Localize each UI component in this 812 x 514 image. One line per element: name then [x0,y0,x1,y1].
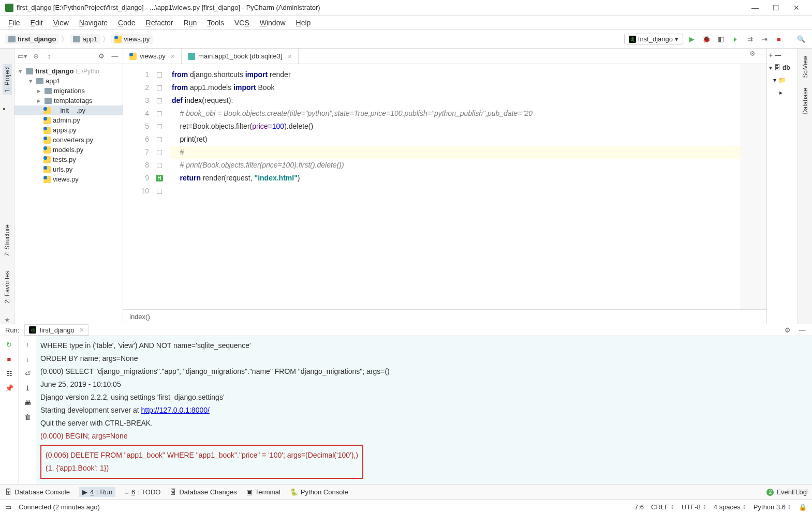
db-leaf[interactable]: ▸ [769,89,795,96]
database-console-tab[interactable]: 🗄 Database Console [5,488,70,496]
editor-body[interactable]: 12345678910 H from django.shortcuts impo… [123,64,766,309]
minimap[interactable] [741,64,766,309]
down-button[interactable]: ↓ [22,354,33,364]
table-icon [188,53,195,60]
menu-view[interactable]: View [49,18,73,28]
menu-navigate[interactable]: Navigate [75,18,112,28]
db-sub[interactable]: ▾ 📁 [769,77,795,84]
print-button[interactable]: 🖶 [22,397,33,407]
line-sep[interactable]: CRLF ⇕ [651,503,674,511]
profile-button[interactable]: ⏵ [730,34,741,45]
run-button[interactable]: ▶ [686,34,698,45]
gear-icon[interactable]: ⚙ [783,325,792,335]
collapse-icon[interactable]: ↕ [45,52,54,61]
wrap-button[interactable]: ⏎ [22,368,33,379]
bottom-toolbar: 🗄 Database Console ▶ 4: Run ≡ 6: TODO 🗄 … [0,484,812,500]
debug-button[interactable]: 🐞 [701,34,712,45]
lock-icon[interactable]: 🔒 [799,503,807,511]
pin-button[interactable]: 📌 [4,383,14,393]
breadcrumb-file[interactable]: views.py [111,34,153,44]
breadcrumb-project[interactable]: first_django [5,34,59,44]
menu-refactor[interactable]: Refactor [142,18,178,28]
search-everywhere-button[interactable]: 🔍 [795,34,807,45]
db-item[interactable]: ▾ 🗄 db [769,64,795,71]
coverage-button[interactable]: ◧ [715,34,727,45]
gear-icon[interactable]: ⚙ [97,52,106,61]
editor-area: views.py× main.app1_book [db.sqlite3]× ⚙… [123,49,766,324]
indent[interactable]: 4 spaces ⇕ [714,503,746,511]
rerun-button[interactable]: ↻ [4,339,14,350]
menu-run[interactable]: Run [180,18,201,28]
menu-edit[interactable]: Edit [26,18,47,28]
console-output[interactable]: WHERE type in ('table', 'view') AND NOT … [36,336,812,497]
favorites-tab[interactable]: 2: Favorites [3,269,12,306]
run-config-dropdown[interactable]: dj first_django ▾ [624,34,683,44]
run-panel: Run: dj first_django × ⚙ — ↻ ■ ☷ 📌 ↑ ↓ ⏎… [0,324,812,484]
project-icon: ▪ [3,105,11,113]
db-changes-tab[interactable]: 🗄 Database Changes [170,488,237,496]
minimize-button[interactable]: — [745,4,765,12]
server-url-link[interactable]: http://127.0.0.1:8000/ [141,406,210,414]
sciview-tab[interactable]: SciView [801,54,810,80]
navbar: first_django 〉 app1 〉 views.py dj first_… [0,30,812,49]
highlighted-log: (0.006) DELETE FROM "app1_book" WHERE "a… [40,445,363,479]
close-icon[interactable]: × [288,52,292,61]
run-panel-header: Run: dj first_django × ⚙ — [0,324,812,336]
clear-button[interactable]: 🗑 [22,412,33,422]
database-tab[interactable]: Database [801,86,810,116]
interpreter[interactable]: Python 3.6 ⇕ [754,503,791,511]
python-icon [129,53,137,60]
add-datasource[interactable]: + — [769,52,795,59]
close-button[interactable]: ✕ [786,4,807,12]
project-tab[interactable]: 1: Project [3,64,12,95]
watermark: ⓧ 创新互联 [778,488,809,495]
layout-button[interactable]: ☷ [4,368,14,379]
python-console-tab[interactable]: 🐍 Python Console [290,488,348,496]
gutter-marks: H [149,64,170,309]
left-tool-stripe: 1: Project ▪ 7: Structure 2: Favorites ★ [0,49,14,324]
tab-db-table[interactable]: main.app1_book [db.sqlite3]× [182,49,299,64]
maximize-button[interactable]: ☐ [765,4,786,12]
right-tool-panel: + — ▾ 🗄 db ▾ 📁 ▸ [766,49,798,324]
todo-tab[interactable]: ≡ 6: TODO [125,488,160,496]
menu-tools[interactable]: Tools [203,18,228,28]
stop-button[interactable]: ■ [773,34,785,45]
menu-window[interactable]: Window [256,18,290,28]
close-icon[interactable]: × [171,52,175,61]
run-tab[interactable]: dj first_django × [24,324,88,336]
editor-breadcrumb: index() [123,309,766,324]
menubar: File Edit View Navigate Code Refactor Ru… [0,16,812,30]
titlebar: first_django [E:\PythonProject\first_dja… [0,0,812,16]
run-toolbar-right: ↑ ↓ ⏎ ⤓ 🖶 🗑 [18,336,36,497]
folder-icon [8,36,16,42]
terminal-tab[interactable]: ▣ Terminal [246,488,280,496]
run-label: Run: [5,326,19,334]
breadcrumb-app[interactable]: app1 [70,34,100,44]
menu-file[interactable]: File [4,18,24,28]
encoding[interactable]: UTF-8 ⇕ [682,503,706,511]
run-tab-bottom[interactable]: ▶ 4: Run [79,487,115,497]
menu-help[interactable]: Help [292,18,315,28]
attach-button[interactable]: ⇥ [759,34,770,45]
scroll-button[interactable]: ⤓ [22,383,33,393]
concurrency-button[interactable]: ⇉ [744,34,756,45]
tab-views-py[interactable]: views.py× [123,49,182,64]
menu-code[interactable]: Code [114,18,139,28]
run-config-label: first_django [638,35,673,43]
menu-vcs[interactable]: VCS [230,18,254,28]
project-view-dropdown[interactable]: ▭▾ [18,52,27,61]
gear-icon[interactable]: ⚙ [748,49,757,58]
chevron-down-icon: ▾ [675,35,678,43]
caret-position[interactable]: 7:6 [634,503,644,511]
window-title: first_django [E:\PythonProject\first_dja… [17,4,745,11]
up-button[interactable]: ↑ [22,339,33,350]
django-icon: dj [629,36,636,43]
code-editor[interactable]: from django.shortcuts import renderfrom … [170,64,741,309]
hide-icon[interactable]: — [110,52,120,61]
target-icon[interactable]: ⊕ [31,52,40,61]
stop-button[interactable]: ■ [4,354,14,364]
hide-icon[interactable]: — [757,49,766,58]
structure-tab[interactable]: 7: Structure [3,222,12,259]
project-tree[interactable]: ▾ first_django E:\Pytho ▾ app1 ▸ migrati… [14,64,123,186]
hide-icon[interactable]: — [798,325,807,335]
